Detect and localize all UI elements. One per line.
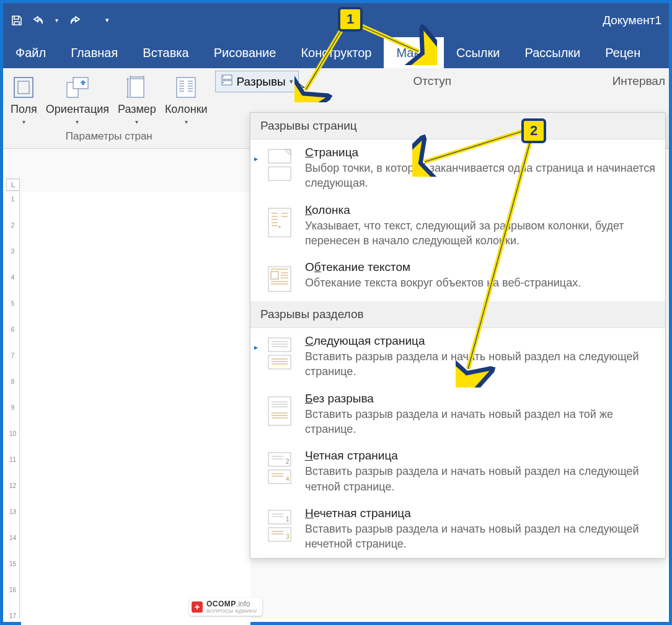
tab-references[interactable]: Ссылки [444,37,512,68]
break-textwrap-item[interactable]: Обтекание текстом Обтекание текста вокру… [250,254,665,301]
breaks-label: Разрывы [237,75,286,89]
chevron-down-icon[interactable]: ▾ [55,17,58,24]
cursor-icon [297,81,307,95]
section-nextpage-desc: Вставить разрыв раздела и начать новый р… [305,349,657,379]
section-continuous-desc: Вставить разрыв раздела и начать новый р… [305,407,657,437]
margins-button[interactable]: Поля ▾ [8,72,40,128]
svg-rect-1 [18,81,29,94]
svg-point-18 [223,76,224,78]
size-label: Размер [118,103,156,116]
column-break-icon [264,203,295,238]
textwrap-break-icon [264,260,295,295]
svg-rect-0 [14,78,33,97]
save-icon[interactable] [11,14,23,27]
svg-rect-5 [177,78,195,97]
break-page-title: Страница [305,146,657,159]
undo-icon[interactable] [32,14,46,27]
svg-text:3: 3 [286,533,290,540]
columns-label: Колонки [165,103,208,116]
orientation-icon [64,74,91,100]
callout-2: 2 [521,118,546,143]
tab-insert[interactable]: Вставка [130,37,201,68]
watermark: + OCOMP.info ВОПРОСЫ АДМИНУ [189,598,262,616]
spacing-label: Интервал [612,74,665,88]
ruler-corner: L [6,179,20,191]
indent-label: Отступ [413,74,451,88]
vertical-ruler[interactable]: 1234567891011121314151617 [6,192,20,619]
tab-review[interactable]: Рецен [593,37,653,68]
svg-rect-39 [268,338,291,352]
svg-point-19 [223,82,224,83]
orientation-button[interactable]: Ориентация ▾ [43,72,112,128]
ribbon-group-label: Параметры стран [8,130,210,145]
dropdown-section-header: Разрывы страниц [250,113,665,140]
chevron-down-icon: ▾ [135,118,138,125]
breaks-icon [221,74,233,89]
columns-icon [173,74,199,100]
section-oddpage-title: Нечетная страница [305,507,657,520]
quick-access-toolbar: ▾ ▾ [11,14,109,27]
chevron-down-icon: ▾ [76,118,79,125]
watermark-sub: ВОПРОСЫ АДМИНУ [206,608,257,614]
callout-1: 1 [338,7,363,32]
watermark-brand: OCOMP [206,600,236,608]
section-nextpage-item[interactable]: Следующая страница Вставить разрыв разде… [250,328,665,386]
page[interactable] [21,192,250,625]
section-evenpage-item[interactable]: 24 Четная страница Вставить разрыв разде… [250,443,665,500]
break-page-desc: Выбор точки, в которой заканчивается одн… [305,161,657,191]
columns-button[interactable]: Колонки ▾ [162,72,210,128]
svg-rect-40 [268,355,291,369]
breaks-button[interactable]: Разрывы ▾ [215,71,299,92]
section-oddpage-desc: Вставить разрыв раздела и начать новый р… [305,521,657,552]
section-evenpage-icon: 24 [264,449,295,484]
size-icon [124,74,150,100]
break-page-item[interactable]: Страница Выбор точки, в которой заканчив… [250,140,665,197]
tab-design[interactable]: Конструктор [288,37,384,68]
tab-file[interactable]: Файл [3,37,58,68]
qat-customize-icon[interactable]: ▾ [105,16,109,24]
breaks-dropdown: Разрывы страниц Страница Выбор точки, в … [250,112,666,559]
svg-text:1: 1 [286,516,290,523]
break-column-desc: Указывает, что текст, следующий за разры… [305,218,657,249]
size-button[interactable]: Размер ▾ [115,72,159,128]
chevron-down-icon: ▾ [290,78,293,86]
redo-icon[interactable] [67,14,82,27]
break-textwrap-desc: Обтекание текста вокруг объектов на веб-… [305,275,657,290]
plus-icon: + [192,601,203,613]
ribbon-group-page-setup: Поля ▾ Ориентация ▾ Размер ▾ [3,68,215,148]
svg-text:2: 2 [286,458,290,465]
section-continuous-icon [264,392,295,427]
section-nextpage-icon [264,334,295,369]
tab-mailings[interactable]: Рассылки [512,37,593,68]
section-continuous-item[interactable]: Без разрыва Вставить разрыв раздела и на… [250,386,665,443]
section-nextpage-title: Следующая страница [305,334,657,348]
tab-draw[interactable]: Рисование [201,37,289,68]
dropdown-section-header: Разрывы разделов [250,301,665,328]
tab-home[interactable]: Главная [58,37,130,68]
orientation-label: Ориентация [46,103,109,116]
section-oddpage-icon: 13 [264,507,295,541]
svg-text:4: 4 [286,476,290,482]
svg-rect-47 [268,397,291,425]
break-textwrap-title: Обтекание текстом [305,260,657,274]
margins-icon [11,74,37,100]
page-break-icon [264,146,295,180]
chevron-down-icon: ▾ [185,118,188,125]
document-title: Документ1 [603,14,661,27]
margins-label: Поля [11,103,37,116]
chevron-down-icon: ▾ [22,118,25,125]
section-evenpage-title: Четная страница [305,449,657,463]
watermark-suffix: .info [236,600,250,608]
break-column-item[interactable]: Колонка Указывает, что текст, следующий … [250,197,665,255]
svg-rect-21 [268,167,291,180]
title-bar: ▾ ▾ Документ1 [3,3,669,37]
ribbon-tabs: Файл Главная Вставка Рисование Конструкт… [3,37,669,68]
section-continuous-title: Без разрыва [305,392,657,406]
tab-layout[interactable]: Макет [384,37,444,68]
break-column-title: Колонка [305,203,657,217]
svg-rect-4 [130,79,144,97]
section-oddpage-item[interactable]: 13 Нечетная страница Вставить разрыв раз… [250,500,665,558]
section-evenpage-desc: Вставить разрыв раздела и начать новый р… [305,464,657,494]
